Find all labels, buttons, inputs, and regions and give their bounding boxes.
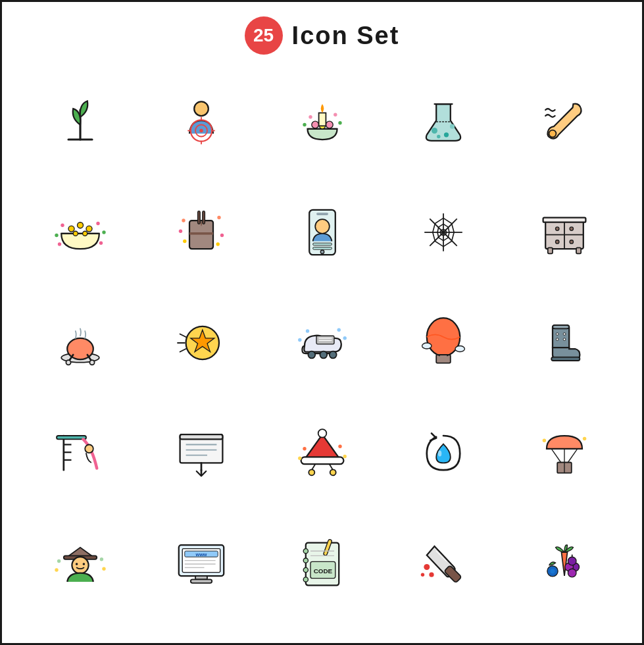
svg-point-126 — [309, 469, 314, 475]
svg-rect-42 — [189, 232, 213, 235]
svg-point-23 — [449, 124, 454, 129]
icon-spider-web — [383, 177, 504, 288]
svg-point-169 — [424, 564, 430, 570]
svg-point-43 — [182, 219, 185, 222]
svg-point-31 — [73, 231, 78, 236]
svg-point-162 — [303, 577, 308, 582]
svg-point-54 — [320, 250, 324, 253]
icon-candle-flower — [262, 66, 383, 177]
svg-point-179 — [550, 569, 555, 573]
svg-rect-41 — [202, 211, 205, 224]
icon-vegetables — [504, 509, 625, 619]
svg-point-92 — [329, 351, 336, 359]
icon-hot-air-balloon — [383, 288, 504, 398]
svg-point-124 — [318, 429, 326, 438]
svg-rect-105 — [553, 325, 569, 328]
svg-rect-74 — [576, 247, 581, 253]
icon-drink-cup — [141, 177, 262, 288]
svg-point-46 — [220, 234, 223, 237]
svg-point-96 — [343, 336, 346, 340]
svg-point-22 — [443, 132, 448, 137]
svg-rect-73 — [547, 247, 552, 253]
svg-point-130 — [338, 445, 341, 448]
svg-point-2 — [194, 101, 209, 116]
svg-point-12 — [326, 121, 333, 128]
svg-point-29 — [77, 222, 83, 228]
svg-point-144 — [82, 563, 85, 565]
svg-point-26 — [549, 130, 556, 138]
svg-point-28 — [68, 226, 74, 232]
svg-rect-50 — [316, 213, 328, 215]
header: 25 Icon Set — [2, 2, 642, 66]
svg-point-33 — [61, 224, 64, 227]
svg-point-128 — [330, 469, 335, 475]
icon-roast-chicken — [20, 288, 141, 398]
svg-point-131 — [298, 457, 301, 460]
icon-code-notebook: CODE — [262, 509, 383, 619]
svg-point-159 — [303, 549, 308, 554]
svg-line-134 — [551, 449, 560, 463]
svg-rect-157 — [190, 579, 211, 582]
icon-boot — [504, 288, 625, 398]
svg-point-106 — [556, 333, 558, 336]
icon-knife — [383, 509, 504, 619]
svg-point-11 — [311, 121, 318, 128]
svg-point-132 — [343, 455, 346, 458]
header-title: Icon Set — [292, 22, 400, 50]
svg-rect-53 — [312, 247, 332, 250]
icon-grid: www — [20, 66, 625, 619]
icon-food-bowl — [20, 177, 141, 288]
svg-rect-114 — [57, 436, 86, 439]
icon-science-flask — [383, 66, 504, 177]
icon-water-recycle — [383, 398, 504, 509]
page-wrapper: 25 Icon Set — [0, 0, 644, 645]
svg-rect-87 — [316, 336, 334, 344]
svg-point-148 — [102, 567, 105, 571]
icon-star-coin — [141, 288, 262, 398]
svg-line-136 — [568, 449, 577, 463]
svg-point-115 — [85, 445, 93, 453]
icon-parachute-box — [504, 398, 625, 509]
svg-point-30 — [86, 226, 92, 232]
icon-presentation — [141, 398, 262, 509]
svg-point-36 — [102, 230, 105, 234]
icon-skate-shoe — [262, 288, 383, 398]
svg-point-45 — [178, 230, 182, 233]
svg-point-38 — [99, 242, 102, 245]
svg-point-91 — [320, 351, 327, 359]
svg-point-160 — [303, 558, 308, 563]
svg-point-133 — [437, 451, 441, 457]
svg-point-102 — [455, 346, 464, 352]
svg-rect-75 — [543, 218, 585, 222]
svg-rect-52 — [312, 243, 332, 245]
svg-rect-117 — [180, 434, 222, 439]
svg-point-94 — [337, 328, 340, 332]
icon-farmer — [20, 509, 141, 619]
svg-point-32 — [82, 231, 87, 236]
icon-furniture-dresser — [504, 177, 625, 288]
svg-point-51 — [315, 219, 330, 234]
svg-text:www: www — [195, 552, 207, 557]
svg-point-24 — [437, 135, 440, 138]
svg-point-34 — [96, 222, 99, 225]
svg-point-80 — [66, 360, 70, 365]
icon-website-www: www — [141, 509, 262, 619]
svg-point-139 — [542, 439, 545, 442]
svg-point-161 — [303, 567, 308, 572]
svg-point-145 — [57, 559, 60, 563]
svg-point-95 — [298, 338, 301, 342]
icon-slide-playground — [20, 398, 141, 509]
svg-rect-168 — [444, 565, 462, 583]
svg-point-170 — [429, 573, 433, 577]
svg-rect-123 — [301, 457, 343, 464]
svg-rect-40 — [197, 211, 200, 224]
svg-point-44 — [217, 216, 220, 219]
svg-point-16 — [309, 115, 312, 118]
svg-point-109 — [563, 338, 566, 341]
svg-point-101 — [422, 343, 431, 349]
svg-point-142 — [72, 557, 88, 573]
badge: 25 — [245, 16, 283, 55]
svg-point-93 — [305, 329, 309, 332]
svg-point-48 — [216, 242, 219, 245]
svg-point-69 — [555, 227, 558, 230]
